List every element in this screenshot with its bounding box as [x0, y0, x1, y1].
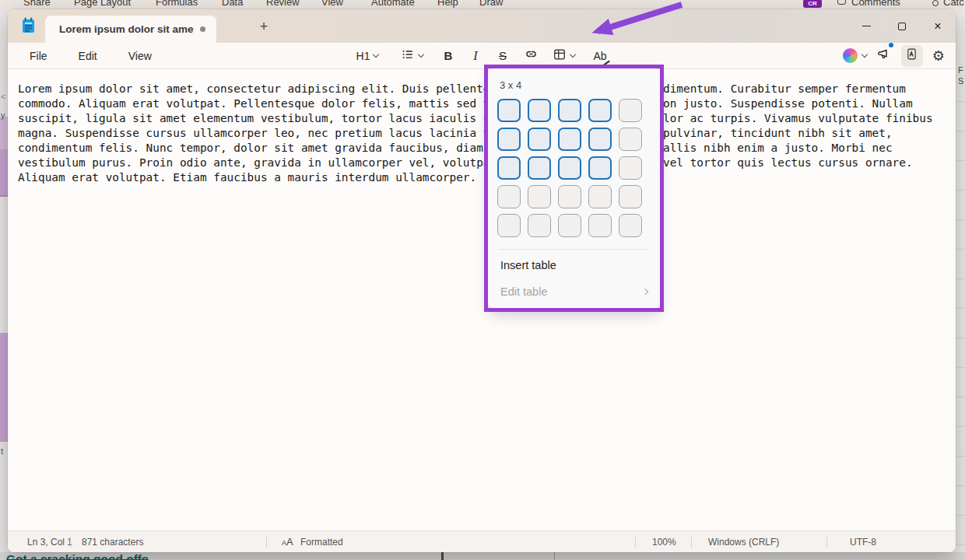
ribbon-tab-automate[interactable]: Automate: [371, 0, 415, 8]
grid-cell-4x3[interactable]: [558, 185, 581, 208]
catchup-button[interactable]: Catc: [943, 0, 964, 8]
bold-button[interactable]: B: [437, 45, 460, 67]
menu-view[interactable]: View: [124, 47, 156, 65]
format-toolbar: H1 B I S: [348, 43, 613, 68]
chevron-down-icon: [373, 51, 379, 58]
announcements-button[interactable]: [876, 45, 892, 67]
editor-line: condimentum felis. Nunc tempor, dolor si…: [18, 142, 952, 156]
presence-badge: CR: [803, 0, 822, 8]
new-tab-button[interactable]: +: [254, 16, 274, 37]
copilot-icon: [843, 48, 858, 63]
background-gridline: [956, 456, 965, 457]
ribbon-tab-data[interactable]: Data: [222, 0, 243, 8]
grid-cell-4x1[interactable]: [497, 185, 521, 208]
grid-cell-1x5[interactable]: [619, 99, 642, 122]
grid-cell-5x1[interactable]: [497, 214, 521, 237]
divider: [266, 537, 267, 548]
zoom-level: 100%: [652, 537, 676, 548]
grid-cell-4x4[interactable]: [588, 185, 612, 208]
background-gridline: [441, 552, 444, 560]
status-bar: Ln 3, Col 1 871 characters Formatted 100…: [8, 530, 956, 552]
table-size-label: 3 x 4: [500, 79, 521, 91]
grid-cell-5x4[interactable]: [588, 214, 612, 237]
grid-cell-1x2[interactable]: [528, 99, 551, 122]
megaphone-icon: [876, 47, 892, 65]
formatted-label: Formatted: [300, 537, 343, 548]
list-button[interactable]: [391, 45, 432, 67]
background-gridline: [956, 308, 965, 309]
background-right-edge: F S: [956, 9, 965, 552]
catchup-icon: [932, 0, 939, 6]
ribbon-tab-help[interactable]: Help: [437, 0, 458, 8]
grid-cell-3x3[interactable]: [558, 156, 581, 180]
background-letter: y: [1, 110, 5, 120]
ribbon-tab-share[interactable]: Share: [23, 0, 51, 8]
screen: CR Comments Catc SharePage LayoutFormula…: [0, 0, 965, 560]
editor-area[interactable]: Lorem ipsum dolor sit amet, consectetur …: [8, 68, 956, 530]
grid-cell-1x4[interactable]: [588, 99, 612, 122]
editor-line: Lorem ipsum dolor sit amet, consectetur …: [18, 82, 952, 97]
edit-table-menu-item[interactable]: Edit table: [488, 280, 660, 303]
ribbon-tab-review[interactable]: Review: [266, 0, 300, 8]
grid-cell-4x2[interactable]: [528, 185, 551, 208]
divider: [635, 537, 636, 548]
background-gridline: [956, 485, 965, 486]
grid-cell-5x2[interactable]: [528, 214, 551, 237]
grid-cell-5x5[interactable]: [619, 214, 642, 237]
close-button[interactable]: ×: [920, 15, 956, 38]
background-chevron: <: [1, 92, 5, 101]
grid-cell-3x1[interactable]: [497, 156, 521, 180]
comments-icon: [837, 0, 846, 5]
grid-cell-5x3[interactable]: [558, 214, 581, 237]
grid-cell-3x4[interactable]: [588, 156, 612, 180]
formatted-icon: [282, 536, 293, 548]
background-left-edge: < y t: [0, 9, 8, 552]
grid-cell-1x3[interactable]: [558, 99, 581, 122]
grid-cell-2x2[interactable]: [528, 128, 551, 151]
menu-edit[interactable]: Edit: [74, 47, 102, 65]
notepad-app-icon: [20, 17, 37, 37]
background-gridline: [956, 338, 965, 338]
background-gridline: [956, 160, 965, 161]
document-tab[interactable]: Lorem ipsum dolor sit amet, conse: [45, 16, 216, 43]
strikethrough-button[interactable]: S: [491, 45, 514, 67]
grid-cell-4x5[interactable]: [619, 185, 642, 208]
insert-table-button[interactable]: [544, 45, 583, 67]
grid-cell-2x5[interactable]: [619, 128, 642, 151]
background-gridline: [956, 131, 965, 131]
bullet-list-icon: [401, 47, 415, 65]
copilot-button[interactable]: [843, 45, 867, 67]
background-letter: t: [1, 446, 3, 456]
grid-cell-1x1[interactable]: [497, 99, 521, 122]
table-picker-popup: 3 x 4 Insert table Edit table: [488, 68, 660, 309]
minimize-button[interactable]: [848, 15, 884, 38]
grid-cell-3x2[interactable]: [528, 156, 551, 180]
settings-button[interactable]: ⚙: [932, 45, 945, 67]
comments-button[interactable]: Comments: [851, 0, 900, 8]
rewrite-button[interactable]: [901, 45, 923, 67]
menu-file[interactable]: File: [25, 47, 52, 65]
grid-cell-2x3[interactable]: [558, 128, 581, 151]
notification-dot: [889, 43, 893, 47]
ribbon-tab-draw[interactable]: Draw: [479, 0, 503, 8]
notepad-window: Lorem ipsum dolor sit amet, conse + × Fi…: [8, 9, 956, 552]
italic-button[interactable]: I: [464, 45, 487, 67]
grid-cell-2x1[interactable]: [497, 128, 521, 151]
grid-cell-3x5[interactable]: [619, 156, 642, 180]
link-button[interactable]: [518, 45, 544, 67]
background-bottom-edge: Got a cracking good offe: [0, 552, 965, 560]
maximize-button[interactable]: [884, 15, 920, 38]
line-ending: Windows (CRLF): [708, 537, 779, 548]
grid-cell-2x4[interactable]: [588, 128, 612, 151]
clear-format-button[interactable]: Ab: [587, 45, 613, 67]
rewrite-icon: [905, 47, 918, 64]
heading-style-button[interactable]: H1: [348, 45, 387, 67]
insert-table-menu-item[interactable]: Insert table: [488, 254, 660, 277]
unsaved-indicator-dot: [200, 26, 205, 32]
background-gridline: [956, 544, 965, 545]
character-count: 871 characters: [82, 537, 143, 548]
ribbon-tab-page-layout[interactable]: Page Layout: [74, 0, 131, 8]
ribbon-tab-formulas[interactable]: Formulas: [156, 0, 198, 8]
titlebar[interactable]: Lorem ipsum dolor sit amet, conse + ×: [8, 9, 956, 43]
ribbon-tab-view[interactable]: View: [321, 0, 343, 8]
